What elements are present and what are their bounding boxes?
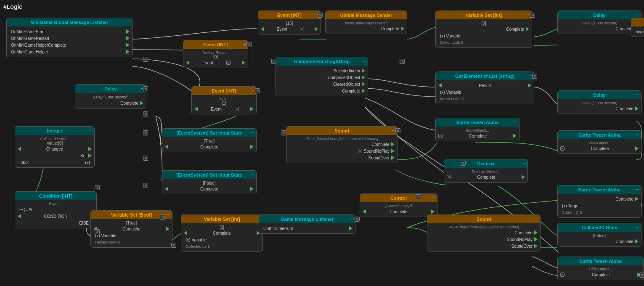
port-selectedindex[interactable] — [362, 69, 365, 73]
port-event15-x[interactable]: ✕ — [300, 27, 304, 31]
close-x1[interactable]: ✕ — [143, 57, 148, 62]
close-compose[interactable]: ✕ — [400, 59, 405, 64]
node-global-msg-sender-menu[interactable]: ... — [402, 12, 405, 16]
node-sound2-menu[interactable]: ... — [535, 216, 538, 220]
port-getelement-in[interactable] — [438, 83, 442, 87]
close-next[interactable]: ✕ — [255, 88, 260, 93]
close-x3[interactable]: ✕ — [143, 111, 148, 117]
node-sprite-tween-show-mid-menu[interactable]: ... — [514, 119, 517, 123]
port-newreset-x[interactable]: ✕ — [226, 61, 231, 65]
port-sprite2-complete[interactable] — [635, 197, 639, 201]
port-event15-in[interactable] — [261, 27, 264, 31]
close-get-element[interactable]: ✕ — [532, 74, 537, 79]
port-sound1-complete[interactable] — [391, 142, 395, 146]
close-far-right[interactable]: ✕ — [639, 273, 644, 278]
port-delay2sec-complete[interactable] — [635, 106, 639, 111]
node-condition-menu[interactable]: ... — [91, 193, 95, 197]
port-event15-out[interactable] — [315, 27, 318, 31]
close-newreset[interactable]: ✕ — [246, 42, 252, 47]
port-sound2-over[interactable] — [534, 244, 538, 248]
port-onminigamehelper[interactable] — [126, 50, 130, 54]
node-varset-bool-menu[interactable]: ... — [167, 212, 170, 216]
port-next-in[interactable] — [194, 107, 198, 111]
node-delay-top-menu[interactable]: ... — [636, 12, 639, 16]
port-next-x[interactable]: ✕ — [235, 107, 239, 111]
port-varsetbool-complete[interactable] — [166, 227, 170, 231]
port-clearedobject[interactable] — [362, 82, 365, 86]
close-x6[interactable]: ✕ — [143, 183, 148, 188]
close-x2[interactable]: ✕ — [143, 86, 148, 91]
port-sound1-noplay[interactable] — [391, 149, 395, 153]
port-condition-in[interactable] — [18, 214, 21, 218]
port-hide-x[interactable]: ✕ — [560, 273, 564, 277]
node-destroy-menu[interactable]: ... — [522, 160, 526, 164]
port-destroy-complete[interactable] — [522, 175, 525, 179]
node-control-menu[interactable]: ... — [432, 195, 435, 199]
node-sound1-menu[interactable]: ... — [392, 127, 395, 132]
node-integer-menu[interactable]: ... — [89, 127, 93, 132]
close-destroy[interactable]: ✕ — [461, 161, 466, 166]
port-setinput-false-complete[interactable] — [250, 187, 254, 191]
port-sound2-complete[interactable] — [534, 230, 538, 235]
node-compose-menu[interactable]: ... — [363, 58, 366, 62]
port-varsetint2-in[interactable] — [184, 231, 187, 235]
port-integer-changed[interactable] — [88, 147, 92, 151]
close-x4[interactable]: ✕ — [143, 130, 148, 135]
node-event-int-newreset-menu[interactable]: ... — [243, 41, 246, 45]
close-varset-int1[interactable]: ✕ — [530, 13, 535, 18]
port-destroy-x[interactable]: ✕ — [447, 175, 451, 179]
port-sprite1-complete[interactable] — [635, 146, 639, 151]
port-sprite1-x[interactable]: ✕ — [560, 146, 564, 151]
node-delay-2sec-menu[interactable]: ... — [636, 92, 639, 96]
close-control[interactable]: ✕ — [416, 194, 421, 199]
port-varset-int1-complete[interactable] — [526, 27, 529, 31]
node-sprite-tween-show1-menu[interactable]: ... — [636, 132, 639, 136]
port-setinput-true-complete[interactable] — [250, 145, 254, 149]
port-gamemsg-interrupt[interactable] — [349, 226, 352, 230]
port-compose-complete[interactable] — [362, 89, 365, 93]
close-x5[interactable]: ✕ — [143, 156, 148, 161]
close-x7[interactable]: ✕ — [160, 214, 165, 220]
node-get-element-menu[interactable]: ... — [529, 73, 532, 77]
node-setinput-true-menu[interactable]: ... — [251, 130, 254, 134]
node-setinput-false: [EventSystem] Set Input State ... [False… — [162, 170, 257, 194]
close-setinput-true[interactable]: ✕ — [281, 130, 286, 135]
port-integer-in[interactable] — [18, 147, 21, 151]
port-onminigamerestart[interactable] — [126, 36, 130, 40]
node-menu-icon[interactable]: ... — [127, 19, 130, 23]
port-sound1-over[interactable] — [391, 156, 395, 160]
close-sound1[interactable]: ✕ — [395, 128, 400, 133]
port-sound1-x[interactable]: ✕ — [358, 149, 362, 153]
port-getelement-result[interactable] — [528, 83, 531, 87]
node-setinput-false-menu[interactable]: ... — [251, 172, 254, 176]
port-collider-complete[interactable] — [635, 239, 639, 244]
port-onminigamehelpercomplete[interactable] — [126, 43, 130, 47]
close-condition[interactable]: ✕ — [95, 229, 100, 234]
port-control-complete[interactable] — [431, 209, 435, 214]
port-sound2-noplay[interactable] — [534, 237, 538, 241]
node-event-int-next-menu[interactable]: ... — [251, 87, 254, 92]
port-onminigamestart[interactable] — [126, 29, 130, 34]
port-spritemid-x[interactable]: ✕ — [438, 134, 443, 138]
port-global-complete[interactable] — [401, 26, 404, 31]
port-control-in[interactable] — [363, 209, 366, 214]
port-spritemid-complete[interactable] — [513, 134, 517, 138]
port-newreset-in[interactable] — [186, 61, 189, 65]
close-game-msg[interactable]: ✕ — [355, 217, 360, 222]
port-next-out[interactable] — [250, 107, 254, 111]
node-varset-int1-menu[interactable]: ... — [527, 12, 530, 16]
port-integer-set[interactable] — [88, 154, 92, 158]
port-newreset-out[interactable] — [242, 61, 245, 65]
port-setinput-true-in[interactable] — [165, 145, 168, 149]
close-integer[interactable]: ✕ — [95, 185, 100, 190]
node-sprite-tween-hide-menu[interactable]: ... — [638, 258, 641, 262]
port-composedobject[interactable] — [362, 75, 365, 79]
port-setinput-false-in[interactable] — [165, 187, 168, 191]
node-collider2d-menu[interactable]: ... — [636, 224, 639, 228]
port-delay1-complete[interactable] — [140, 101, 143, 105]
close-event15[interactable]: ✕ — [318, 13, 323, 18]
node-game-msg-listener-menu[interactable]: ... — [350, 216, 353, 220]
close-varset-bool[interactable]: ✕ — [171, 243, 176, 248]
close-compose2[interactable]: ✕ — [271, 59, 276, 64]
node-sprite-tween-2-menu[interactable]: ... — [636, 186, 639, 191]
